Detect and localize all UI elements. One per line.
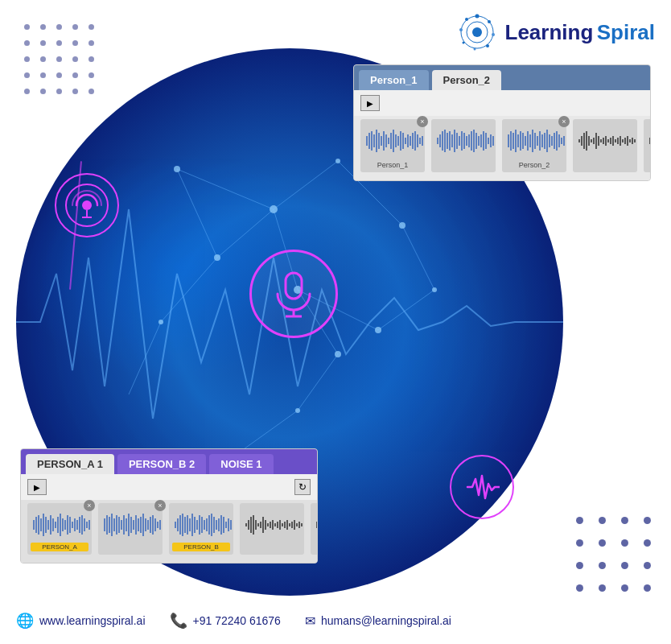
svg-rect-204 (147, 520, 149, 530)
svg-point-6 (486, 44, 489, 47)
svg-rect-39 (286, 273, 302, 299)
panel-bottom-tabs[interactable]: PERSON_A 1 PERSON_B 2 NOISE 1 (21, 449, 317, 474)
tab-person-b[interactable]: PERSON_B 2 (117, 454, 206, 474)
svg-rect-106 (546, 130, 548, 152)
svg-rect-47 (378, 133, 380, 149)
svg-rect-135 (629, 139, 631, 142)
svg-rect-75 (459, 136, 460, 146)
svg-rect-223 (206, 518, 208, 531)
svg-point-25 (174, 166, 180, 172)
svg-point-33 (432, 287, 437, 292)
svg-rect-113 (563, 136, 565, 146)
tab-person2[interactable]: Person_2 (432, 70, 502, 90)
svg-rect-57 (402, 133, 404, 149)
track-waveform (576, 122, 636, 159)
svg-rect-250 (284, 522, 286, 528)
track-item (311, 503, 317, 555)
svg-rect-202 (142, 514, 144, 536)
svg-rect-195 (126, 518, 127, 531)
svg-rect-82 (475, 133, 477, 149)
svg-rect-115 (581, 136, 582, 146)
track-close-icon[interactable]: × (558, 116, 570, 127)
broadcast-svg (68, 187, 105, 224)
svg-point-34 (335, 351, 341, 357)
svg-point-5 (492, 33, 495, 36)
svg-rect-175 (64, 520, 66, 530)
svg-line-11 (177, 169, 274, 209)
svg-rect-230 (223, 517, 224, 533)
svg-rect-99 (529, 134, 531, 147)
svg-rect-120 (593, 138, 595, 144)
panel-top-tabs[interactable]: Person_1 Person_2 (354, 65, 650, 90)
svg-rect-226 (213, 517, 215, 533)
svg-rect-170 (52, 518, 54, 531)
svg-rect-178 (72, 522, 73, 528)
svg-rect-114 (578, 139, 580, 142)
svg-rect-258 (316, 522, 318, 528)
svg-rect-90 (508, 134, 509, 147)
svg-rect-200 (138, 518, 139, 531)
track-close-icon[interactable]: × (84, 500, 95, 511)
logo-area: Learning Spiral (457, 12, 656, 52)
play-button-top[interactable]: ▶ (360, 95, 380, 111)
track-waveform (172, 506, 233, 543)
svg-rect-162 (33, 520, 35, 530)
tab-person-a[interactable]: PERSON_A 1 (26, 454, 114, 474)
svg-rect-86 (485, 133, 487, 149)
svg-rect-59 (407, 134, 409, 147)
track-close-icon[interactable]: × (154, 500, 166, 511)
track-waveform (243, 506, 303, 543)
svg-rect-235 (248, 520, 249, 530)
svg-rect-224 (208, 515, 210, 535)
svg-rect-97 (525, 136, 526, 146)
svg-rect-110 (556, 131, 558, 151)
mic-circle (249, 250, 338, 338)
track-close-icon[interactable]: × (417, 116, 428, 127)
svg-line-12 (274, 161, 338, 209)
svg-rect-92 (513, 133, 514, 149)
phone-icon: 📞 (170, 612, 187, 630)
track-item: × (27, 503, 92, 555)
svg-rect-184 (86, 522, 88, 528)
svg-rect-199 (135, 515, 137, 535)
svg-rect-168 (47, 520, 49, 530)
svg-rect-225 (211, 514, 212, 536)
wave-monitor-svg (464, 469, 500, 505)
svg-rect-177 (69, 517, 71, 533)
svg-rect-216 (189, 518, 191, 531)
svg-point-10 (465, 18, 468, 21)
track-label-b: PERSON_B (172, 543, 230, 551)
svg-rect-245 (272, 520, 274, 530)
svg-rect-121 (595, 133, 597, 149)
panel-top-controls: ▶ (354, 90, 650, 116)
svg-rect-191 (116, 515, 117, 535)
svg-rect-51 (388, 138, 389, 144)
svg-rect-251 (286, 520, 288, 530)
svg-rect-205 (150, 517, 151, 533)
svg-rect-180 (76, 520, 78, 530)
svg-point-4 (488, 20, 491, 23)
svg-rect-108 (551, 136, 553, 146)
svg-rect-93 (515, 130, 517, 152)
svg-rect-71 (449, 131, 451, 151)
svg-rect-98 (527, 131, 529, 151)
svg-rect-129 (615, 139, 616, 142)
svg-rect-125 (605, 136, 607, 146)
svg-rect-50 (385, 134, 387, 147)
footer: 🌐 www.learningspiral.ai 📞 +91 72240 6167… (16, 612, 655, 630)
track-label: Person_1 (364, 161, 422, 169)
track-item: × (502, 119, 566, 172)
svg-rect-237 (253, 515, 254, 535)
tab-noise[interactable]: NOISE 1 (209, 454, 273, 474)
svg-point-3 (475, 14, 479, 19)
svg-rect-215 (187, 515, 188, 535)
svg-rect-64 (419, 138, 421, 144)
svg-rect-102 (537, 136, 538, 146)
play-button-bottom[interactable]: ▶ (27, 479, 47, 495)
refresh-button[interactable]: ↻ (294, 479, 311, 495)
svg-rect-91 (510, 131, 512, 151)
wave-monitor-circle (450, 455, 514, 519)
svg-rect-131 (620, 136, 621, 146)
tab-person1[interactable]: Person_1 (359, 70, 429, 90)
track-item: × (360, 119, 425, 172)
